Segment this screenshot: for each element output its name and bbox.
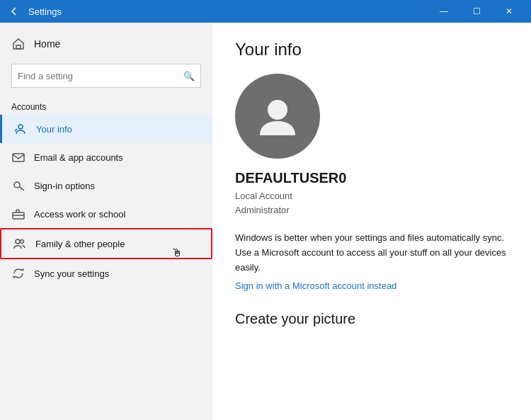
page-title: Your info — [235, 40, 508, 59]
minimize-button[interactable]: — — [428, 0, 460, 23]
svg-point-7 — [16, 239, 20, 244]
sync-description: Windows is better when your settings and… — [235, 231, 508, 275]
sidebar-item-signin[interactable]: Sign-in options — [0, 171, 212, 200]
sidebar-item-your-info[interactable]: Your info — [0, 115, 212, 143]
your-info-icon — [13, 122, 28, 136]
sidebar-item-home[interactable]: Home — [0, 30, 212, 58]
window-controls: — ☐ ✕ — [428, 0, 525, 23]
signin-label: Sign-in options — [34, 181, 95, 191]
your-info-label: Your info — [36, 124, 72, 135]
sidebar-item-email[interactable]: Email & app accounts — [0, 143, 212, 171]
account-type-line1: Local Account — [235, 189, 508, 203]
account-type-line2: Administrator — [235, 203, 508, 217]
window-title: Settings — [28, 6, 62, 17]
family-label: Family & other people — [35, 239, 125, 249]
accounts-section-label: Accounts — [0, 93, 212, 115]
close-button[interactable]: ✕ — [493, 0, 525, 23]
sidebar-item-family[interactable]: Family & other people 🖱 — [0, 228, 212, 259]
back-button[interactable] — [6, 3, 23, 20]
svg-point-8 — [21, 240, 24, 244]
sidebar-item-work[interactable]: Access work or school — [0, 200, 212, 228]
main-layout: Home 🔍 Accounts Your info — [0, 23, 531, 420]
avatar — [235, 74, 320, 159]
briefcase-icon — [11, 207, 25, 221]
svg-rect-0 — [16, 45, 21, 49]
sync-icon — [11, 266, 25, 280]
search-icon[interactable]: 🔍 — [183, 71, 195, 81]
svg-point-9 — [268, 100, 287, 120]
search-input[interactable] — [18, 71, 183, 81]
sidebar: Home 🔍 Accounts Your info — [0, 23, 212, 420]
people-icon — [13, 237, 27, 251]
ms-signin-link[interactable]: Sign in with a Microsoft account instead — [235, 280, 508, 291]
cursor-icon: 🖱 — [171, 246, 183, 259]
work-label: Access work or school — [34, 209, 125, 220]
title-bar: Settings — ☐ ✕ — [0, 0, 531, 23]
sidebar-item-sync[interactable]: Sync your settings — [0, 259, 212, 288]
svg-rect-3 — [13, 154, 24, 161]
svg-point-1 — [18, 125, 23, 129]
create-picture-title: Create your picture — [235, 311, 508, 327]
email-icon — [11, 150, 25, 164]
search-box[interactable]: 🔍 — [11, 64, 201, 88]
svg-line-2 — [15, 129, 17, 131]
maximize-button[interactable]: ☐ — [460, 0, 493, 23]
home-icon — [11, 37, 25, 51]
home-label: Home — [34, 38, 60, 50]
sync-label: Sync your settings — [34, 268, 109, 279]
email-label: Email & app accounts — [34, 152, 123, 163]
username: DEFAULTUSER0 — [235, 170, 508, 186]
content-area: Your info DEFAULTUSER0 Local Account Adm… — [212, 23, 531, 420]
key-icon — [11, 178, 25, 193]
